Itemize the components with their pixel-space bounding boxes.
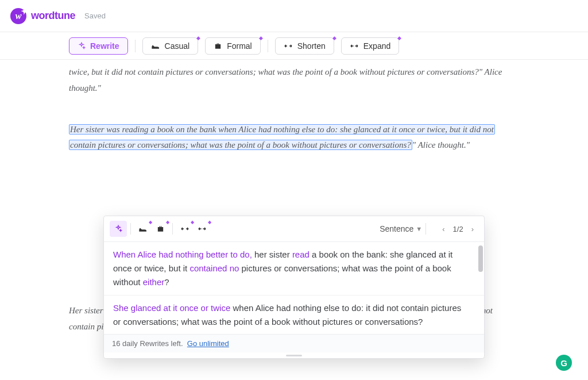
premium-icon: ◆ xyxy=(397,35,401,41)
sparkle-icon xyxy=(78,42,86,50)
separator xyxy=(425,223,426,235)
formal-mode-button[interactable]: ◆ xyxy=(152,221,169,237)
briefcase-icon xyxy=(214,42,222,50)
pager: ‹ 1/2 › xyxy=(440,224,476,235)
premium-icon: ◆ xyxy=(208,220,211,225)
expand-button[interactable]: Expand ◆ xyxy=(341,37,399,55)
shorten-label: Shorten xyxy=(297,41,326,51)
casual-label: Casual xyxy=(165,41,190,51)
suggestion-list: When Alice had nothing better to do, her… xyxy=(104,242,484,334)
save-status: Saved xyxy=(84,11,106,20)
rewrite-mode-button[interactable] xyxy=(110,221,127,237)
scrollbar-thumb[interactable] xyxy=(478,245,483,272)
editor-area[interactable]: twice, but it did not contain pictures o… xyxy=(0,60,588,380)
formal-button[interactable]: Formal ◆ xyxy=(205,37,261,55)
brand-logo: w ✦ xyxy=(10,8,26,24)
rewrite-label: Rewrite xyxy=(90,41,119,51)
brand-lockup[interactable]: w ✦ wordtune xyxy=(10,8,75,24)
document-paragraph-selected[interactable]: Her sister was reading a book on the ban… xyxy=(69,122,519,154)
expand-icon xyxy=(350,43,359,49)
prev-page-button[interactable]: ‹ xyxy=(440,224,447,235)
suggestion-item[interactable]: She glanced at it once or twice when Ali… xyxy=(104,295,484,334)
scope-select[interactable]: Sentence ▼ xyxy=(380,224,422,233)
rewrite-button[interactable]: Rewrite xyxy=(69,37,128,55)
sparkle-icon: ✦ xyxy=(20,6,28,17)
page-indicator: 1/2 xyxy=(453,225,463,233)
quota-text: 16 daily Rewrites left. xyxy=(112,339,183,348)
shorten-mode-button[interactable]: ◆ xyxy=(176,221,194,237)
suggestion-item[interactable]: When Alice had nothing better to do, her… xyxy=(104,242,484,295)
go-unlimited-link[interactable]: Go unlimited xyxy=(187,339,229,348)
paragraph-tail[interactable]: " Alice thought." xyxy=(412,140,470,149)
scope-label: Sentence xyxy=(380,224,413,233)
next-page-button[interactable]: › xyxy=(469,224,476,235)
separator xyxy=(268,40,268,52)
separator xyxy=(130,223,131,235)
rewrite-quota: 16 daily Rewrites left. Go unlimited xyxy=(104,334,484,352)
premium-icon: ◆ xyxy=(166,220,169,225)
shorten-button[interactable]: Shorten ◆ xyxy=(275,37,334,55)
casual-mode-button[interactable]: ◆ xyxy=(134,221,152,237)
rewrite-panel: ◆ ◆ ◆ ◆ Sentence ▼ ‹ 1/2 xyxy=(103,216,485,359)
rewrite-toolbar: Rewrite Casual ◆ Formal ◆ Shorten ◆ Expa… xyxy=(0,32,588,60)
resize-handle[interactable] xyxy=(104,352,484,358)
grammarly-badge[interactable]: G xyxy=(556,355,572,371)
expand-label: Expand xyxy=(363,41,390,51)
premium-icon: ◆ xyxy=(332,35,336,41)
brand-name: wordtune xyxy=(31,10,75,22)
document-paragraph[interactable]: twice, but it did not contain pictures o… xyxy=(69,64,519,97)
rewrite-panel-toolbar: ◆ ◆ ◆ ◆ Sentence ▼ ‹ 1/2 xyxy=(104,216,484,242)
sneaker-icon xyxy=(151,42,160,50)
app-header: w ✦ wordtune Saved xyxy=(0,0,588,32)
separator xyxy=(135,40,136,52)
casual-button[interactable]: Casual ◆ xyxy=(142,37,199,55)
premium-icon: ◆ xyxy=(196,35,200,41)
shorten-icon xyxy=(284,43,293,49)
expand-mode-button[interactable]: ◆ xyxy=(194,221,211,237)
premium-icon: ◆ xyxy=(259,35,263,41)
separator xyxy=(172,223,173,235)
chevron-down-icon: ▼ xyxy=(416,225,422,232)
formal-label: Formal xyxy=(227,41,252,51)
